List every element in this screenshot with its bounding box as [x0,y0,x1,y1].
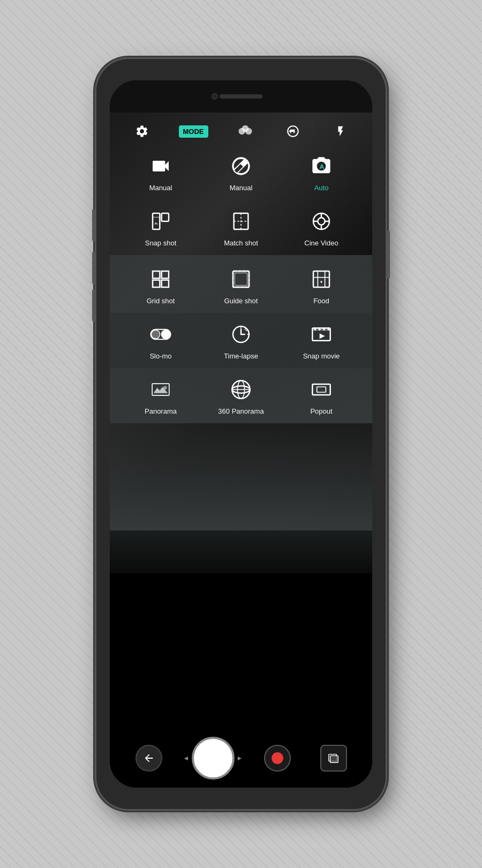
svg-rect-18 [162,271,169,278]
svg-rect-42 [319,328,320,330]
svg-rect-54 [330,755,338,762]
phone-frame: MODE [96,59,386,809]
settings-button[interactable] [131,121,153,142]
popout-icon [308,376,335,403]
mode-guide-shot-label: Guide shot [224,297,258,305]
mode-guide-shot[interactable]: Guide shot [209,266,273,305]
mode-auto[interactable]: A Auto [289,153,353,192]
snap-shot-icon [147,208,174,235]
panorama-icon [147,376,174,403]
svg-rect-41 [314,328,316,330]
top-toolbar: MODE [110,113,372,150]
svg-line-34 [246,330,247,331]
svg-point-12 [318,218,325,225]
camera-viewfinder: MODE [110,113,372,530]
360-panorama-icon [228,376,254,403]
rotate-camera-button[interactable] [282,121,304,142]
svg-rect-44 [328,328,329,330]
mode-badge[interactable]: MODE [179,125,208,138]
mode-360-panorama-label: 360 Panorama [218,407,263,415]
svg-point-2 [245,128,252,135]
mode-snap-movie-label: Snap movie [303,352,340,360]
flash-button[interactable] [330,121,351,142]
svg-rect-19 [153,280,160,287]
mode-snap-movie[interactable]: Snap movie [289,321,353,360]
mode-panorama-label: Panorama [145,407,177,415]
record-button[interactable] [264,745,291,772]
svg-point-38 [245,328,246,330]
svg-rect-17 [153,271,160,278]
notch-area [110,80,372,113]
modes-row-2: Snap shot Match shot [110,200,372,255]
svg-point-28 [320,281,322,282]
record-dot [272,752,283,764]
mode-auto-label: Auto [314,184,329,192]
svg-point-30 [152,330,160,339]
mode-snap-shot[interactable]: Snap shot [129,208,193,247]
slo-mo-icon [147,321,174,348]
filters-button[interactable] [235,121,256,142]
svg-rect-23 [235,273,247,285]
back-button[interactable] [135,745,162,772]
mode-slo-mo-label: Slo-mo [149,352,171,360]
mode-grid-shot-label: Grid shot [147,297,175,305]
gallery-button[interactable] [320,745,347,772]
mode-manual-video[interactable]: Manual [129,153,193,192]
mode-popout[interactable]: Popout [289,376,353,415]
aperture-icon [228,153,254,179]
mode-grid-shot[interactable]: Grid shot [129,266,193,305]
bottom-dark-area [110,530,372,573]
match-shot-icon [228,208,254,235]
svg-rect-6 [162,213,169,221]
mode-food[interactable]: Food [289,266,353,305]
speaker [220,94,262,99]
bottom-nav [110,729,372,788]
guide-shot-icon [228,266,254,293]
auto-camera-icon: A [308,153,335,179]
svg-rect-43 [323,328,325,330]
mode-manual-photo-label: Manual [230,184,253,192]
snap-movie-icon [308,321,335,348]
grid-shot-icon [147,266,174,293]
time-lapse-icon [228,321,254,348]
modes-row-5: Panorama 360 Panora [110,368,372,423]
svg-point-46 [163,386,167,390]
svg-rect-21 [233,271,249,287]
svg-rect-3 [293,130,295,133]
mode-manual-photo[interactable]: Manual [209,153,273,192]
svg-marker-45 [320,333,325,339]
mode-time-lapse[interactable]: Time-lapse [209,321,273,360]
modes-row-4: Slo-mo [110,313,372,368]
mode-360-panorama[interactable]: 360 Panorama [209,376,273,415]
food-icon [308,266,335,293]
shutter-button[interactable] [192,737,235,780]
mode-match-shot[interactable]: Match shot [209,208,273,247]
mode-panorama[interactable]: Panorama [129,376,193,415]
svg-rect-7 [153,217,160,218]
svg-rect-20 [162,280,169,287]
mode-cine-video[interactable]: Cine Video [289,208,353,247]
mode-time-lapse-label: Time-lapse [224,352,258,360]
mode-manual-video-label: Manual [149,184,172,192]
svg-rect-24 [313,271,329,287]
svg-rect-51 [312,384,330,395]
svg-rect-52 [317,387,326,392]
modes-row-3: Grid shot Guide shot [110,258,372,313]
mode-slo-mo[interactable]: Slo-mo [129,321,193,360]
svg-text:A: A [320,163,325,170]
svg-point-36 [240,326,242,327]
mode-match-shot-label: Match shot [224,239,258,247]
svg-point-37 [248,334,249,335]
cine-video-icon [308,208,335,235]
mode-cine-video-label: Cine Video [304,239,338,247]
video-icon [147,153,174,179]
svg-point-31 [161,330,170,339]
front-camera [212,93,218,100]
modes-overlay: Manual Manual [110,139,372,530]
phone-screen: MODE [110,80,372,788]
mode-popout-label: Popout [310,407,332,415]
mode-snap-shot-label: Snap shot [145,239,177,247]
mode-food-label: Food [313,297,329,305]
svg-rect-22 [233,271,249,287]
